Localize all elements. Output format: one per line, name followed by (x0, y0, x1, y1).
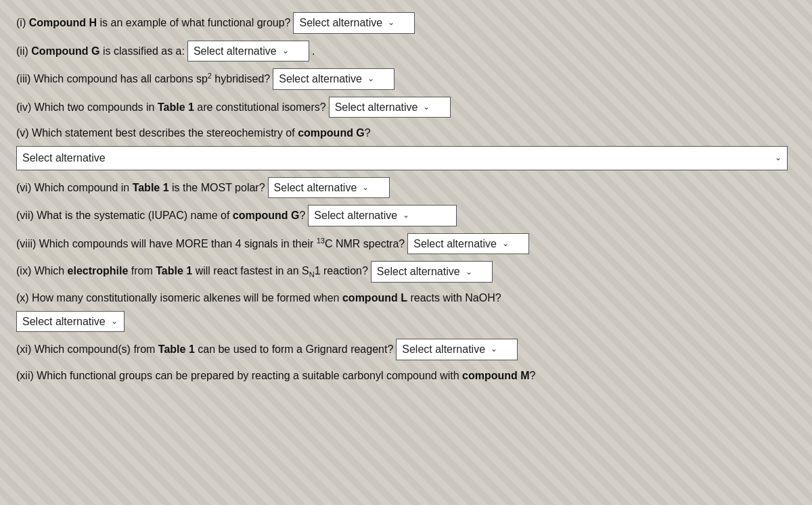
question-vi-text: (vi) Which compound in Table 1 is the MO… (16, 179, 265, 197)
question-xii-text: (xii) Which functional groups can be pre… (16, 367, 535, 385)
chevron-ii-icon: ⌄ (282, 45, 289, 57)
select-v-label: Select alternative (22, 149, 106, 167)
select-iv[interactable]: Select alternative ⌄ (329, 97, 451, 118)
select-i-label: Select alternative (299, 14, 382, 32)
chevron-x-icon: ⌄ (111, 315, 118, 328)
question-iii-text: (iii) Which compound has all carbons sp2… (16, 70, 270, 88)
chevron-ix-icon: ⌄ (466, 266, 472, 279)
question-vii: (vii) What is the systematic (IUPAC) nam… (16, 205, 796, 226)
select-iii[interactable]: Select alternative ⌄ (273, 68, 394, 90)
select-iii-label: Select alternative (279, 70, 362, 88)
select-vi-label: Select alternative (274, 179, 357, 197)
question-i: (i) Compound H is an example of what fun… (16, 12, 796, 34)
select-vii[interactable]: Select alternative ⌄ (308, 205, 457, 226)
question-xi-text: (xi) Which compound(s) from Table 1 can … (16, 341, 393, 358)
question-vii-text: (vii) What is the systematic (IUPAC) nam… (16, 207, 305, 224)
question-xi: (xi) Which compound(s) from Table 1 can … (16, 339, 796, 360)
question-x-text: (x) How many constitutionally isomeric a… (16, 289, 501, 307)
question-viii-text: (viii) Which compounds will have MORE th… (16, 235, 405, 253)
select-v[interactable]: Select alternative ⌄ (16, 146, 788, 170)
select-vii-label: Select alternative (314, 207, 397, 224)
select-i[interactable]: Select alternative ⌄ (293, 12, 415, 34)
chevron-iv-icon: ⌄ (423, 101, 430, 114)
select-viii[interactable]: Select alternative ⌄ (407, 233, 529, 255)
question-xii: (xii) Which functional groups can be pre… (16, 367, 796, 385)
question-vi: (vi) Which compound in Table 1 is the MO… (16, 177, 796, 199)
question-v-text: (v) Which statement best describes the s… (16, 124, 371, 142)
select-x-label: Select alternative (22, 313, 106, 331)
question-ii-text: (ii) Compound G is classified as a: (16, 43, 185, 60)
question-viii: (viii) Which compounds will have MORE th… (16, 233, 796, 255)
chevron-i-icon: ⌄ (388, 16, 394, 29)
question-iii: (iii) Which compound has all carbons sp2… (16, 68, 796, 90)
select-ii[interactable]: Select alternative ⌄ (187, 41, 309, 62)
chevron-iii-icon: ⌄ (367, 72, 374, 85)
question-ii: (ii) Compound G is classified as a: Sele… (16, 41, 796, 62)
select-x[interactable]: Select alternative ⌄ (16, 311, 125, 333)
chevron-viii-icon: ⌄ (502, 237, 509, 250)
question-iv: (iv) Which two compounds in Table 1 are … (16, 97, 796, 118)
question-ix-text: (ix) Which electrophile from Table 1 wil… (16, 262, 368, 281)
select-vi[interactable]: Select alternative ⌄ (268, 177, 390, 199)
chevron-xi-icon: ⌄ (491, 343, 497, 356)
select-xi-label: Select alternative (402, 341, 485, 358)
question-ix: (ix) Which electrophile from Table 1 wil… (16, 261, 796, 283)
select-iv-label: Select alternative (335, 99, 418, 116)
select-ix[interactable]: Select alternative ⌄ (371, 261, 493, 283)
chevron-v-icon: ⌄ (769, 151, 782, 164)
select-ix-label: Select alternative (377, 263, 460, 281)
chevron-vii-icon: ⌄ (403, 209, 409, 222)
period-ii: . (312, 43, 315, 60)
question-v: (v) Which statement best describes the s… (16, 124, 796, 170)
select-ii-label: Select alternative (194, 43, 277, 60)
select-viii-label: Select alternative (413, 235, 497, 253)
question-iv-text: (iv) Which two compounds in Table 1 are … (16, 99, 326, 116)
question-i-text: (i) Compound H is an example of what fun… (16, 14, 290, 32)
question-x: (x) How many constitutionally isomeric a… (16, 289, 796, 332)
select-xi[interactable]: Select alternative ⌄ (396, 339, 518, 360)
chevron-vi-icon: ⌄ (362, 181, 369, 194)
